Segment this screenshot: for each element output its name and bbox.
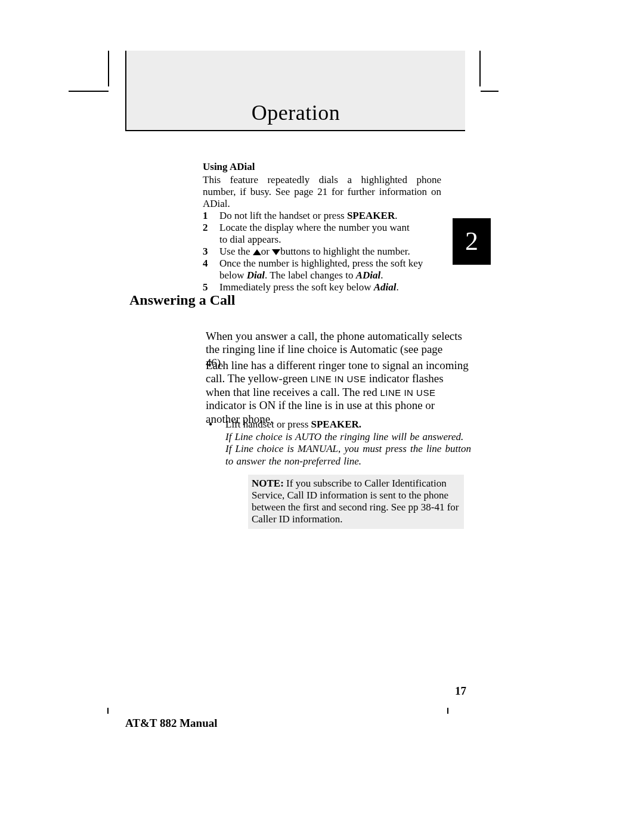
text: to dial appears. [219, 234, 441, 246]
step-number: 3 [203, 246, 219, 258]
crop-mark [481, 91, 499, 92]
step-number: 1 [203, 210, 219, 222]
adial-heading: Using ADial [203, 161, 441, 173]
text: Do not lift the handset or press [219, 210, 347, 221]
text: Use the [219, 246, 253, 257]
step-5: 5 Immediately press the soft key below A… [203, 281, 441, 293]
step-2: 2 Locate the display where the number yo… [203, 222, 441, 246]
text: Locate the display where the number you … [219, 222, 441, 234]
step-text: Use the or buttons to highlight the numb… [219, 246, 441, 258]
text: . [397, 281, 399, 293]
crop-mark [69, 91, 109, 92]
step-text: Once the number is highlighted, press th… [219, 258, 441, 281]
crop-mark [107, 708, 109, 714]
italic-line-1: If Line choice is AUTO the ringing line … [225, 431, 471, 444]
step-number: 2 [203, 222, 219, 246]
speaker-label: SPEAKER [347, 210, 395, 221]
step-3: 3 Use the or buttons to highlight the nu… [203, 246, 441, 258]
step-4: 4 Once the number is highlighted, press … [203, 258, 441, 281]
step-text: Do not lift the handset or press SPEAKER… [219, 210, 441, 222]
text: . The label changes to [265, 270, 356, 281]
note-label: NOTE: [252, 478, 284, 489]
answering-bullet: • Lift handset or press SPEAKER. If Line… [209, 419, 471, 468]
chapter-header-box: Operation [125, 51, 465, 131]
dial-label: Dial [247, 270, 265, 281]
answering-paragraph-2: Each line has a different ringer tone to… [206, 359, 470, 426]
answering-heading: Answering a Call [129, 292, 235, 308]
crop-mark [108, 51, 109, 86]
adial-label: Adial [374, 281, 397, 293]
line-in-use-label: LINE IN USE [380, 388, 435, 398]
speaker-label: SPEAKER. [311, 419, 362, 430]
bullet-icon: • [209, 419, 225, 468]
adial-label: ADial [356, 270, 381, 281]
text: buttons to highlight the number. [280, 246, 410, 257]
footer-title: AT&T 882 Manual [125, 717, 218, 730]
bullet-text: Lift handset or press SPEAKER. If Line c… [225, 419, 471, 468]
line-in-use-label: LINE IN USE [311, 374, 366, 384]
crop-mark [447, 708, 448, 714]
step-1: 1 Do not lift the handset or press SPEAK… [203, 210, 441, 222]
text: . [395, 210, 397, 221]
triangle-down-icon [272, 249, 280, 255]
italic-line-2: If Line choice is MANUAL, you must press… [225, 443, 471, 467]
step-text: Immediately press the soft key below Adi… [219, 281, 441, 293]
note-box: NOTE: If you subscribe to Caller Identif… [248, 475, 464, 529]
triangle-up-icon [253, 249, 261, 255]
text: . [380, 270, 383, 281]
text: Immediately press the soft key below [219, 281, 374, 293]
chapter-number-tab: 2 [453, 218, 491, 265]
adial-section: Using ADial This feature repeatedly dial… [203, 161, 441, 294]
step-text: Locate the display where the number you … [219, 222, 441, 246]
step-number: 4 [203, 258, 219, 281]
page-number: 17 [455, 685, 466, 698]
adial-intro: This feature repeatedly dials a highligh… [203, 174, 441, 210]
text: or [261, 246, 272, 257]
adial-steps: 1 Do not lift the handset or press SPEAK… [203, 210, 441, 293]
text: Lift handset or press [225, 419, 311, 430]
crop-mark [479, 51, 481, 86]
chapter-title: Operation [252, 100, 340, 125]
